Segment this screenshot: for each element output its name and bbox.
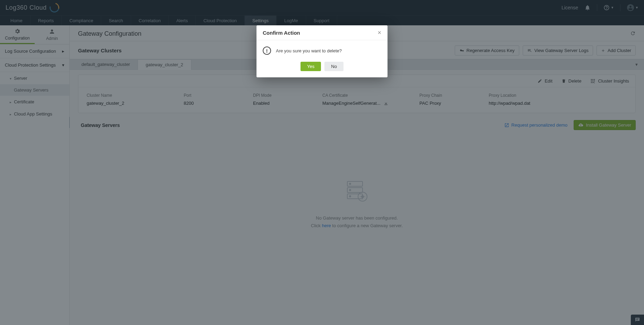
modal-header: Confirm Action × [256, 25, 388, 40]
modal-footer: Yes No [256, 59, 388, 77]
modal-title: Confirm Action [263, 30, 300, 36]
modal-text: Are you sure you want to delete? [276, 48, 342, 53]
modal-body: ! Are you sure you want to delete? [256, 40, 388, 59]
confirm-modal: Confirm Action × ! Are you sure you want… [256, 25, 388, 77]
modal-close-icon[interactable]: × [377, 29, 381, 36]
confirm-yes-button[interactable]: Yes [301, 62, 321, 71]
confirm-no-button[interactable]: No [324, 62, 343, 71]
warning-icon: ! [263, 46, 271, 55]
modal-overlay: Confirm Action × ! Are you sure you want… [0, 0, 644, 325]
